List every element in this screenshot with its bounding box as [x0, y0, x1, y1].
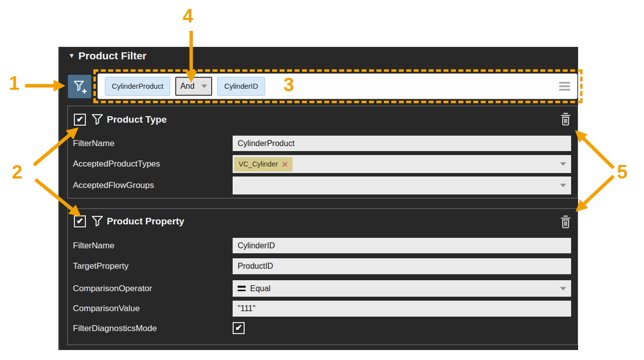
- filter-chip-product-type[interactable]: CylinderProduct: [105, 77, 170, 96]
- filter-plus-icon: [72, 79, 88, 95]
- comparisonoperator-dropdown[interactable]: Equal: [233, 280, 571, 297]
- field-row: TargetProperty ProductID: [68, 258, 578, 274]
- delete-product-property-button[interactable]: [560, 215, 572, 231]
- chevron-down-icon: [560, 287, 566, 290]
- filterdiagnosticsmode-label: FilterDiagnosticsMode: [73, 324, 157, 334]
- filter-chip-product-property[interactable]: CylinderID: [217, 77, 265, 96]
- remove-tag-icon[interactable]: ✕: [282, 161, 289, 168]
- funnel-icon: [91, 215, 104, 228]
- filter-expression-bar[interactable]: CylinderProduct And CylinderID: [97, 73, 578, 99]
- operator-value: And: [180, 82, 194, 91]
- comparisonoperator-label: ComparisonOperator: [73, 284, 152, 294]
- chevron-down-icon: [201, 85, 207, 88]
- field-row: AcceptedProductTypes VC_Cylinder ✕: [68, 155, 578, 173]
- tag-vc-cylinder: VC_Cylinder ✕: [234, 157, 293, 172]
- hamburger-menu-button[interactable]: [559, 80, 570, 93]
- field-row: FilterName CylinderID: [68, 238, 578, 253]
- check-mark-icon: ✔: [76, 217, 83, 225]
- product-type-enabled-checkbox[interactable]: ✔: [74, 114, 86, 126]
- chevron-down-icon: [560, 163, 566, 166]
- hamburger-icon: [559, 82, 570, 84]
- panel-header: ▼ Product Filter: [60, 47, 578, 67]
- product-filter-panel: ▼ Product Filter CylinderProduct And Cyl…: [58, 47, 578, 350]
- field-row: FilterName CylinderProduct: [68, 136, 578, 151]
- callout-4: 4: [183, 6, 193, 25]
- card-title: Product Property: [107, 216, 184, 227]
- acceptedproducttypes-dropdown[interactable]: VC_Cylinder ✕: [233, 155, 571, 173]
- comparisonvalue-label: ComparisonValue: [73, 304, 140, 314]
- chevron-down-icon: [560, 184, 566, 187]
- arrow-5a: [578, 133, 614, 168]
- collapse-triangle-icon[interactable]: ▼: [68, 52, 75, 59]
- panel-title: Product Filter: [78, 50, 147, 62]
- arrow-5b: [578, 176, 614, 209]
- product-property-card: ✔ Product Property FilterName CylinderID…: [67, 208, 578, 345]
- check-mark-icon: ✔: [76, 115, 83, 124]
- field-row: FilterDiagnosticsMode ✔: [68, 322, 578, 335]
- check-mark-icon: ✔: [235, 324, 242, 332]
- tag-label: VC_Cylinder: [239, 160, 278, 168]
- field-row: ComparisonOperator Equal: [68, 280, 578, 297]
- dropdown-value: Equal: [250, 284, 271, 293]
- targetproperty-label: TargetProperty: [73, 261, 129, 271]
- field-row: ComparisonValue "111": [68, 301, 578, 317]
- card-title: Product Type: [107, 114, 167, 125]
- filtername-input[interactable]: CylinderProduct: [233, 136, 571, 151]
- trash-icon: [560, 112, 572, 126]
- targetproperty-input[interactable]: ProductID: [233, 258, 571, 274]
- acceptedflowgroups-label: AcceptedFlowGroups: [73, 180, 154, 190]
- trash-icon: [560, 215, 572, 229]
- field-row: AcceptedFlowGroups: [68, 177, 578, 194]
- callout-1: 1: [9, 74, 19, 93]
- filtername-input[interactable]: CylinderID: [233, 238, 571, 253]
- callout-2: 2: [12, 163, 22, 181]
- delete-product-type-button[interactable]: [560, 112, 572, 128]
- callout-5: 5: [617, 163, 628, 181]
- comparisonvalue-input[interactable]: "111": [233, 301, 571, 317]
- acceptedproducttypes-label: AcceptedProductTypes: [73, 159, 160, 169]
- acceptedflowgroups-dropdown[interactable]: [233, 177, 571, 194]
- funnel-icon: [91, 113, 104, 126]
- product-property-enabled-checkbox[interactable]: ✔: [74, 215, 86, 227]
- filterdiagnosticsmode-checkbox[interactable]: ✔: [233, 322, 245, 334]
- filtername-label: FilterName: [73, 241, 114, 251]
- add-filter-button[interactable]: [68, 75, 91, 98]
- product-type-card: ✔ Product Type FilterName CylinderProduc…: [67, 106, 578, 198]
- equals-icon: [238, 284, 246, 293]
- operator-dropdown[interactable]: And: [175, 77, 212, 96]
- filtername-label: FilterName: [73, 139, 114, 149]
